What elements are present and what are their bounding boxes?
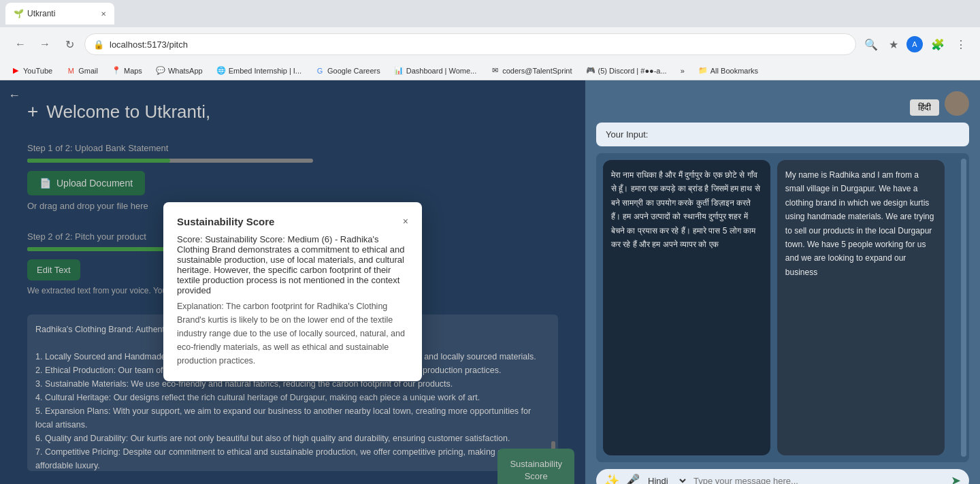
- your-input-box: Your Input:: [596, 123, 969, 146]
- sparkle-icon: ✨: [604, 473, 619, 484]
- bookmark-maps[interactable]: 📍 Maps: [106, 65, 148, 77]
- modal-title: Sustainability Score: [177, 216, 408, 227]
- youtube-icon: ▶: [11, 66, 20, 76]
- sustainability-modal: × Sustainability Score Score: Sustainabi…: [163, 202, 422, 381]
- chat-scrollbar[interactable]: [961, 159, 966, 457]
- your-input-label: Your Input:: [606, 129, 648, 140]
- bookmark-all[interactable]: 📁 All Bookmarks: [693, 65, 764, 77]
- bookmark-careers[interactable]: G Google Careers: [310, 65, 386, 77]
- bookmark-whatsapp-label: WhatsApp: [168, 67, 203, 75]
- bookmark-youtube-label: YouTube: [23, 67, 52, 75]
- send-btn[interactable]: ➤: [951, 473, 961, 484]
- bookmark-more[interactable]: »: [675, 65, 690, 76]
- bookmark-all-label: All Bookmarks: [710, 67, 758, 75]
- bookmark-youtube[interactable]: ▶ YouTube: [5, 65, 58, 77]
- modal-close-btn[interactable]: ×: [403, 216, 408, 227]
- bookmark-discord[interactable]: 🎮 (5) Discord | #●●-a...: [581, 65, 672, 77]
- bookmark-discord-label: (5) Discord | #●●-a...: [598, 67, 667, 75]
- chat-input-row: ✨ 🎤 Hindi English ➤: [596, 469, 969, 484]
- bookmark-careers-label: Google Careers: [327, 67, 380, 75]
- forward-browser-btn[interactable]: →: [35, 35, 54, 54]
- back-browser-btn[interactable]: ←: [11, 35, 30, 54]
- chat-input[interactable]: [693, 476, 945, 485]
- address-text: localhost:5173/pitch: [110, 39, 847, 50]
- chat-area: मेरा नाम राधिका है और मैं दुर्गापुर के ए…: [596, 153, 969, 462]
- chat-scroll: मेरा नाम राधिका है और मैं दुर्गापुर के ए…: [596, 153, 958, 462]
- hindi-lang-btn[interactable]: हिंदी: [910, 99, 939, 116]
- gmail-icon: M: [66, 66, 76, 76]
- bookmark-embed[interactable]: 🌐 Embed Internship | I...: [211, 65, 307, 77]
- tab-bar: 🌱 Utkranti ✕: [0, 0, 980, 27]
- address-bar[interactable]: 🔒 localhost:5173/pitch: [84, 33, 856, 55]
- nav-bar: ← → ↻ 🔒 localhost:5173/pitch 🔍 ★ A 🧩 ⋮: [0, 27, 980, 61]
- discord-icon: 🎮: [586, 66, 595, 76]
- modal-overlay: × Sustainability Score Score: Sustainabi…: [0, 80, 585, 484]
- tab-label: Utkranti: [27, 9, 55, 18]
- dashboard-icon: 📊: [394, 66, 404, 76]
- talent-icon: ✉: [490, 66, 500, 76]
- modal-explanation: Explanation: The carbon footprint for Ra…: [177, 300, 408, 368]
- hindi-chat-bubble: मेरा नाम राधिका है और मैं दुर्गापुर के ए…: [603, 160, 770, 455]
- lang-select[interactable]: Hindi English: [645, 475, 688, 485]
- extensions-btn[interactable]: 🧩: [928, 35, 947, 54]
- bookmarks-bar: ▶ YouTube M Gmail 📍 Maps 💬 WhatsApp 🌐 Em…: [0, 61, 980, 80]
- bookmark-talent[interactable]: ✉ coders@TalentSprint: [485, 65, 577, 77]
- tab-close-btn[interactable]: ✕: [101, 10, 106, 18]
- star-btn[interactable]: ★: [886, 35, 901, 54]
- folder-icon: 📁: [698, 66, 708, 76]
- embed-icon: 🌐: [216, 66, 226, 76]
- main-content: ← + Welcome to Utkranti, Step 1 of 2: Up…: [0, 80, 980, 484]
- user-avatar: [945, 91, 969, 116]
- google-icon: G: [315, 66, 325, 76]
- bookmark-whatsapp[interactable]: 💬 WhatsApp: [150, 65, 208, 77]
- bookmark-talent-label: coders@TalentSprint: [502, 67, 572, 75]
- whatsapp-icon: 💬: [156, 66, 165, 76]
- right-header: हिंदी: [596, 91, 969, 116]
- english-chat-bubble: My name is Radhika and I am from a small…: [777, 160, 945, 455]
- browser-chrome: 🌱 Utkranti ✕ ← → ↻ 🔒 localhost:5173/pitc…: [0, 0, 980, 61]
- bookmark-dashboard[interactable]: 📊 Dashboard | Wome...: [389, 65, 483, 77]
- search-icon-btn[interactable]: 🔍: [862, 35, 881, 54]
- more-btn[interactable]: ⋮: [953, 35, 969, 54]
- maps-icon: 📍: [112, 66, 121, 76]
- active-tab[interactable]: 🌱 Utkranti ✕: [5, 3, 114, 25]
- bookmark-gmail-label: Gmail: [78, 67, 98, 75]
- more-bookmarks-label: »: [681, 67, 685, 75]
- bookmark-gmail[interactable]: M Gmail: [61, 65, 103, 77]
- reload-btn[interactable]: ↻: [60, 35, 79, 54]
- modal-score: Score: Sustainability Score: Medium (6) …: [177, 234, 408, 295]
- mic-icon[interactable]: 🎤: [625, 473, 640, 484]
- profile-btn[interactable]: A: [906, 36, 923, 52]
- bookmark-dashboard-label: Dashboard | Wome...: [406, 67, 477, 75]
- bookmark-maps-label: Maps: [124, 67, 142, 75]
- bookmark-embed-label: Embed Internship | I...: [229, 67, 301, 75]
- tab-icon: 🌱: [14, 9, 23, 18]
- right-panel: हिंदी Your Input: मेरा नाम राधिका है और …: [585, 80, 980, 484]
- left-panel: ← + Welcome to Utkranti, Step 1 of 2: Up…: [0, 80, 585, 484]
- nav-icons: 🔍 ★ A 🧩 ⋮: [862, 35, 969, 54]
